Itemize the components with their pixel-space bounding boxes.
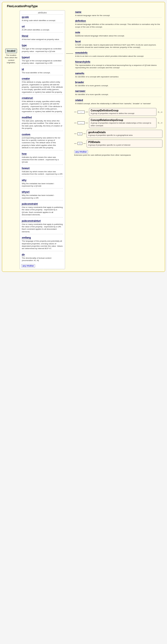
attr-name: qcode xyxy=(22,16,29,19)
attribute-item: pubconstrainturiOne or many constraints … xyxy=(21,219,63,235)
attribute-item: modifiedThe date (and, optionally, the t… xyxy=(21,116,63,132)
attr-desc: If the attribute is empty, specifies whi… xyxy=(22,100,63,113)
right-property-item: broaderAn identifier of a more generic c… xyxy=(74,80,163,88)
attr-name: dir xyxy=(22,254,25,256)
attribute-item: howuriIndicates by which means the value… xyxy=(21,166,63,177)
geo-area-desc: A group of properties specific to a geog… xyxy=(88,134,161,136)
attr-name: uri xyxy=(22,25,25,28)
prop-name: sameAs xyxy=(75,72,84,75)
attr-desc: A string code which identifies a concept… xyxy=(22,20,63,22)
page-container: FlexLocationPropType located The locatio… xyxy=(0,0,167,274)
geo-area-details-box: geoAreaDetails A group of properties spe… xyxy=(87,130,163,138)
concept-def-title: ConceptDefinitionGroup xyxy=(91,109,155,112)
attribute-item: xmllangThe language of this property and… xyxy=(21,236,63,252)
attr-desc: One or many constraints that apply to pu… xyxy=(22,223,63,233)
geo-area-connector: ◇ xyxy=(78,132,82,135)
prop-name: facet xyxy=(75,40,81,43)
prop-name: remoteInfo xyxy=(75,52,88,54)
extension-label: any ##other xyxy=(74,150,88,154)
attribute-item: pubconstraintOne or many constraints tha… xyxy=(21,202,63,218)
attr-name: howuri xyxy=(22,167,30,170)
attr-desc: The type of the concept assigned as cont… xyxy=(22,48,63,53)
poi-details-desc: A group of properties specific to a poin… xyxy=(88,144,161,146)
poi-details-box: POIDetails A group of properties specifi… xyxy=(87,140,163,148)
prop-desc: An identifier of a more specific concept… xyxy=(75,94,162,96)
prop-desc: A natural language definition of the sem… xyxy=(75,23,162,28)
attribute-item: whyuriWhy the metadata has been included… xyxy=(21,190,63,201)
attribute-item: whyWhy the metadata has been included - … xyxy=(21,178,63,189)
prop-name: related xyxy=(75,99,83,102)
attributes-container: attributes qcodeA string code which iden… xyxy=(20,10,65,269)
attribute-item: dirThe directionality of textual content… xyxy=(21,253,63,262)
prop-desc: A related concept, where the relationshi… xyxy=(75,102,162,105)
attribute-item: creatorIf the attribute is empty, specif… xyxy=(21,77,63,95)
attr-desc: A URI which identifies a concept. xyxy=(22,29,63,31)
right-property-item: remoteInfoA link to an item or a web res… xyxy=(74,51,163,59)
attr-name: why xyxy=(22,179,26,182)
prop-name: narrower xyxy=(75,90,85,93)
concept-rel-desc: A group of properties required to indica… xyxy=(91,122,155,127)
attr-desc: Indicates by which means the value was e… xyxy=(22,170,63,176)
right-property-item: narrowerAn identifier of a more specific… xyxy=(74,89,163,97)
concept-def-desc: A group of properties required to define… xyxy=(91,112,155,115)
poi-details-title: POIDetails xyxy=(88,141,161,144)
attribute-item: qcodeA string code which identifies a co… xyxy=(21,15,63,24)
attr-desc: The date (and, optionally, the time) whe… xyxy=(22,120,63,130)
located-description: The location from which the content orig… xyxy=(4,54,18,64)
attribute-item: literalA free-text value assigned as pro… xyxy=(21,34,63,42)
attr-name: typeuri xyxy=(22,56,30,59)
prop-desc: A natural language name for the concept. xyxy=(75,14,162,17)
prop-name: definition xyxy=(75,20,86,23)
prop-desc: The representation of a concept in a hie… xyxy=(75,64,162,69)
concept-def-multiplicity: 0...∞ xyxy=(158,111,163,113)
prop-desc: An identifier of a concept with equivale… xyxy=(75,76,162,78)
attribute-item: idThe local identifier of the concept. xyxy=(21,68,63,76)
concept-rel-title: ConceptRelationshipsGroup xyxy=(91,119,155,122)
attr-name: pubconstrainturi xyxy=(22,220,41,223)
right-property-item: sameAsAn identifier of a concept with eq… xyxy=(74,72,163,80)
attr-desc: One or many constraints that apply to pu… xyxy=(22,206,63,216)
concept-rel-multiplicity: 0...∞ xyxy=(158,122,163,124)
prop-desc: In NAR 1.8 and later, facet is deprecate… xyxy=(75,44,162,49)
prop-desc: A link to an item or a web resource whic… xyxy=(75,55,162,58)
concept-rel-group-connector: ... xyxy=(78,122,85,124)
right-property-item: definitionA natural language definition … xyxy=(74,19,163,30)
other-box-attrs: any ##other xyxy=(21,264,35,268)
attr-name: creatoruri xyxy=(22,97,33,100)
attribute-item: typeuriThe type of the concept assigned … xyxy=(21,56,63,66)
diagram-title: FlexLocationPropType xyxy=(7,4,163,8)
right-property-item: noteAdditional natural language informat… xyxy=(74,31,163,38)
prop-desc: Additional natural language information … xyxy=(75,35,162,37)
attributes-list: qcodeA string code which identifies a co… xyxy=(21,15,63,262)
poi-connector: ◇ xyxy=(78,142,82,145)
attr-desc: Indicates by which means the value was e… xyxy=(22,156,63,164)
concept-relationships-group-box: ConceptRelationshipsGroup A group of pro… xyxy=(89,118,157,128)
attr-desc: The language of this property and potent… xyxy=(22,240,63,250)
attr-desc: If the attribute is empty, specifies whi… xyxy=(22,81,63,94)
attr-desc: Why the metadata has been included - exp… xyxy=(22,182,63,188)
right-property-item: nameA natural language name for the conc… xyxy=(74,10,163,18)
attributes-label: attributes xyxy=(21,12,63,14)
attr-name: custom xyxy=(22,133,30,136)
prop-name: note xyxy=(75,31,80,34)
attr-desc: Why the metadata has been included - exp… xyxy=(22,194,63,199)
right-property-item: relatedA related concept, where the rela… xyxy=(74,98,163,106)
right-property-item: facetIn NAR 1.8 and later, facet is depr… xyxy=(74,40,163,50)
right-properties: nameA natural language name for the conc… xyxy=(74,10,163,106)
attr-desc: The directionality of textual content (e… xyxy=(22,257,63,262)
located-box: located xyxy=(5,48,17,53)
concept-definition-group-box: ConceptDefinitionGroup A group of proper… xyxy=(89,108,157,116)
attr-desc: (corresponding property was added to the… xyxy=(22,137,63,149)
concept-def-group-connector: ... xyxy=(78,111,85,114)
prop-name: hierarchyInfo xyxy=(75,60,90,64)
attr-name: pubconstraint xyxy=(22,202,38,206)
prop-desc: An identifier of a more generic concept. xyxy=(75,84,162,87)
attr-name: id xyxy=(22,68,24,71)
diagram-wrapper: FlexLocationPropType located The locatio… xyxy=(2,2,165,272)
attr-name: whyuri xyxy=(22,191,29,194)
attr-name: creator xyxy=(22,77,30,80)
attribute-item: creatoruriIf the attribute is empty, spe… xyxy=(21,96,63,114)
prop-name: broader xyxy=(75,81,84,84)
attribute-item: howIndicates by which means the value wa… xyxy=(21,152,63,165)
attribute-item: uriA URI which identifies a concept. xyxy=(21,25,63,33)
